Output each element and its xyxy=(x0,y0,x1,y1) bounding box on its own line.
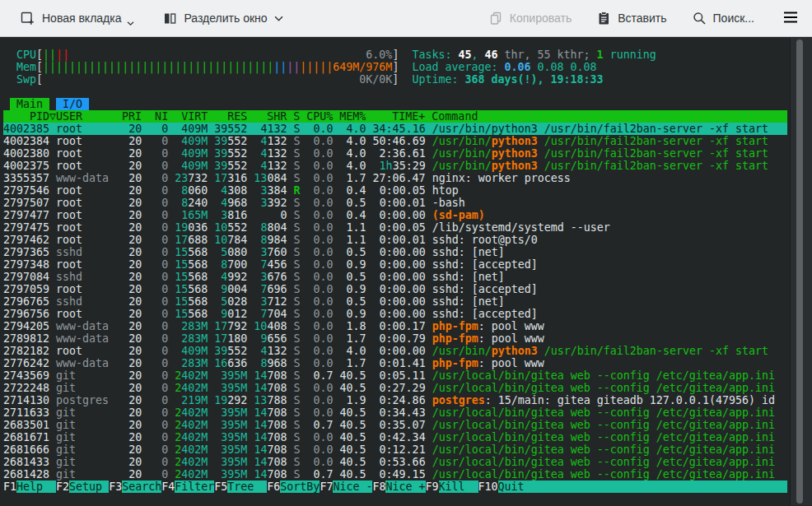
process-row[interactable]: 2681671 git 20 0 2402M 395M 14708 S 0.0 … xyxy=(3,431,787,443)
new-tab-button[interactable]: Новая вкладка xyxy=(15,7,139,30)
process-row[interactable]: 2796765 sshd 20 0 15568 5028 3712 S 0.0 … xyxy=(3,295,787,308)
search-icon xyxy=(692,11,707,26)
process-row[interactable]: 2797477 root 20 0 165M 3816 0 S 0.0 0.4 … xyxy=(3,209,787,221)
tab-io[interactable]: I/O xyxy=(56,98,89,110)
new-tab-label: Новая вкладка xyxy=(42,12,122,25)
process-row[interactable]: 2681428 git 20 0 2402M 395M 14708 S 0.7 … xyxy=(3,468,787,480)
search-button[interactable]: Поиск... xyxy=(687,7,759,29)
process-row[interactable]: 4002384 root 20 0 409M 39552 4132 S 0.0 … xyxy=(3,135,787,147)
table-header: PID▽USER PRI NI VIRT RES SHR S CPU% MEM%… xyxy=(3,110,787,123)
search-label: Поиск... xyxy=(713,12,754,25)
meter-cpu: CPU[|||| 6.0%] Tasks: 45, 46 thr, 55 kth… xyxy=(3,49,787,61)
fnkey-filter[interactable]: F4Filter xyxy=(161,480,214,493)
fnbar-fill xyxy=(525,480,787,493)
toolbar-right-group: Копировать Вставить Поиск... xyxy=(483,7,802,30)
fnkey-nice+[interactable]: F8Nice + xyxy=(372,480,425,493)
process-row[interactable]: 2797507 root 20 0 8240 4968 3392 S 0.0 0… xyxy=(3,197,787,209)
tab-main[interactable]: Main xyxy=(10,98,49,110)
chevron-down-icon xyxy=(127,21,134,26)
paste-icon xyxy=(596,11,611,26)
process-row[interactable]: 2797365 sshd 20 0 15568 5080 3760 S 0.0 … xyxy=(3,246,787,258)
fnkey-help[interactable]: F1Help xyxy=(3,480,56,493)
toolbar-left-group: Новая вкладка Разделить окно xyxy=(15,7,288,30)
scrollbar-thumb[interactable] xyxy=(796,39,803,504)
process-row[interactable]: 2683501 git 20 0 2402M 395M 14708 S 0.7 … xyxy=(3,419,787,431)
process-row[interactable]: 2789812 www-data 20 0 283M 17180 9656 S … xyxy=(3,332,787,345)
meter-mem: Mem[||||||||||||||||||||||||||||||||||||… xyxy=(3,61,787,73)
process-row[interactable]: 2776242 www-data 20 0 283M 16636 8968 S … xyxy=(3,357,787,369)
fnkey-kill[interactable]: F9Kill xyxy=(426,480,478,493)
process-row[interactable]: 2743569 git 20 0 2402M 395M 14708 S 0.7 … xyxy=(3,369,787,382)
terminal[interactable]: CPU[|||| 6.0%] Tasks: 45, 46 thr, 55 kth… xyxy=(0,37,812,506)
fnkey-nice-[interactable]: F7Nice - xyxy=(320,480,372,493)
meter-swp: Swp[ 0K/0K] Uptime: 368 days(!), 19:18:3… xyxy=(3,73,787,86)
fnkey-search[interactable]: F3Search xyxy=(109,480,161,493)
process-row[interactable]: 2714130 postgres 20 0 219M 19292 13788 S… xyxy=(3,394,787,406)
split-window-icon xyxy=(162,11,178,26)
process-row[interactable]: 2782182 root 20 0 409M 39552 4132 S 0.0 … xyxy=(3,345,787,357)
hamburger-menu-button[interactable] xyxy=(779,7,802,30)
process-row[interactable]: 2796756 root 20 0 15568 9012 7704 S 0.0 … xyxy=(3,308,787,320)
process-row[interactable]: 2794205 www-data 20 0 283M 17792 10408 S… xyxy=(3,320,787,332)
scrollbar[interactable] xyxy=(790,38,812,505)
copy-button[interactable]: Копировать xyxy=(483,7,576,29)
process-row[interactable]: 2797084 sshd 20 0 15568 4992 3676 S 0.0 … xyxy=(3,271,787,283)
fnkey-setup[interactable]: F2Setup xyxy=(56,480,109,493)
copy-icon xyxy=(488,11,503,26)
screen-tabs: Main I/O xyxy=(3,98,787,110)
process-row[interactable]: 2711633 git 20 0 2402M 395M 14708 S 0.0 … xyxy=(3,406,787,419)
hamburger-icon xyxy=(782,11,799,24)
fnkey-quit[interactable]: F10Quit xyxy=(478,480,525,493)
fnkey-sortby[interactable]: F6SortBy xyxy=(267,480,320,493)
konsole-window: Новая вкладка Разделить окно xyxy=(0,0,812,506)
split-window-button[interactable]: Разделить окно xyxy=(157,7,288,30)
process-row[interactable]: 2681433 git 20 0 2402M 395M 14708 S 0.0 … xyxy=(3,456,787,468)
process-row[interactable]: 2797348 root 20 0 15568 8700 7456 S 0.0 … xyxy=(3,258,787,271)
toolbar: Новая вкладка Разделить окно xyxy=(0,0,812,37)
process-row[interactable]: 4002380 root 20 0 409M 39552 4132 S 0.0 … xyxy=(3,147,787,160)
process-row[interactable]: 2797546 root 20 0 8060 4308 3384 R 0.0 0… xyxy=(3,184,787,197)
split-window-label: Разделить окно xyxy=(184,12,268,25)
process-row[interactable]: 2681666 git 20 0 2402M 395M 14708 S 0.0 … xyxy=(3,443,787,456)
process-row[interactable]: 2797059 root 20 0 15568 9004 7696 S 0.0 … xyxy=(3,283,787,295)
paste-label: Вставить xyxy=(618,12,666,25)
process-row[interactable]: 2722248 git 20 0 2402M 395M 14708 S 0.0 … xyxy=(3,382,787,394)
new-tab-icon xyxy=(20,11,35,26)
function-key-bar: F1Help F2Setup F3SearchF4FilterF5Tree F6… xyxy=(3,480,787,493)
process-row[interactable]: 4002375 root 20 0 409M 39552 4132 S 0.0 … xyxy=(3,160,787,172)
copy-label: Копировать xyxy=(510,12,572,25)
fnkey-tree[interactable]: F5Tree xyxy=(214,480,267,493)
process-row[interactable]: 2797462 root 20 0 17688 10784 8984 S 0.0… xyxy=(3,234,787,246)
process-row[interactable]: 4002385 root 20 0 409M 39552 4132 S 0.0 … xyxy=(3,123,787,135)
paste-button[interactable]: Вставить xyxy=(591,7,671,29)
process-row[interactable]: 3355357 www-data 20 0 23732 17316 13084 … xyxy=(3,172,787,184)
chevron-down-icon xyxy=(274,15,283,22)
htop-screen: CPU[|||| 6.0%] Tasks: 45, 46 thr, 55 kth… xyxy=(0,37,787,493)
process-row[interactable]: 2797475 root 20 0 19036 10552 8804 S 0.0… xyxy=(3,221,787,234)
spacer-line xyxy=(3,86,787,98)
